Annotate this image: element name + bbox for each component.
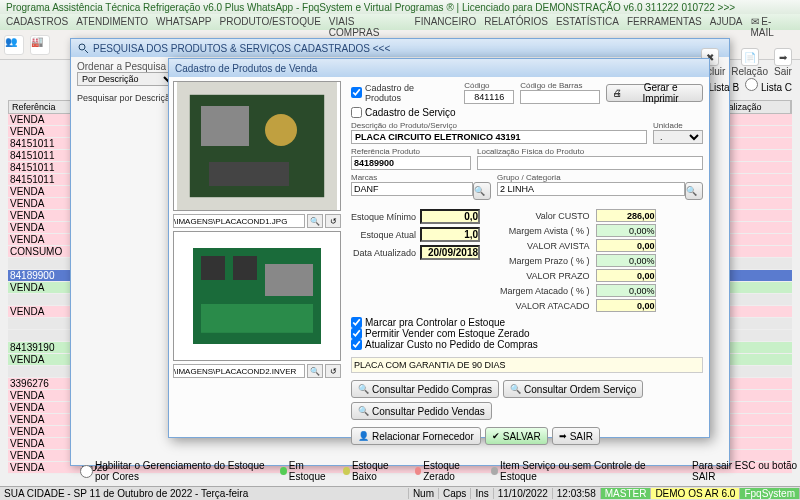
chk-servico[interactable] — [351, 107, 362, 118]
menu-email[interactable]: ✉ E-MAIL — [751, 16, 794, 28]
main-menu: CADASTROS ATENDIMENTO WHATSAPP PRODUTO/E… — [0, 14, 800, 30]
descricao-field[interactable]: PLACA CIRCUITO ELETRONICO 43191 — [351, 130, 647, 144]
sair-modal-button[interactable]: ➡ SAIR — [552, 427, 600, 445]
sair-button[interactable]: ➡ — [774, 48, 792, 66]
product-image-1 — [173, 81, 341, 211]
codigo-field[interactable] — [464, 90, 514, 104]
image1-browse-button[interactable]: 🔍 — [307, 214, 323, 228]
search-field-label: Pesquisar por Descrição — [77, 93, 175, 103]
gerar-imprimir-button[interactable]: 🖨 Gerar e Imprimir — [606, 84, 703, 102]
svg-point-0 — [79, 44, 85, 50]
referencia-field[interactable] — [351, 156, 471, 170]
order-select[interactable]: Por Descrição — [77, 72, 177, 86]
legend: Habilitar o Gerenciamento do Estoque por… — [80, 460, 800, 482]
svg-rect-6 — [209, 162, 289, 186]
statusbar: SUA CIDADE - SP 11 de Outubro de 2022 - … — [0, 486, 800, 500]
valor-atacado-field[interactable] — [596, 299, 656, 312]
menu-relatorios[interactable]: RELATÓRIOS — [484, 16, 548, 28]
menu-whatsapp[interactable]: WHATSAPP — [156, 16, 211, 28]
menu-financeiro[interactable]: FINANCEIRO — [415, 16, 477, 28]
svg-rect-10 — [233, 256, 257, 280]
consultar-ordem-button[interactable]: 🔍 Consultar Ordem Serviço — [503, 380, 643, 398]
menu-ajuda[interactable]: AJUDA — [710, 16, 743, 28]
note-box[interactable]: PLACA COM GARANTIA DE 90 DIAS — [351, 357, 703, 373]
salvar-button[interactable]: ✔ SALVAR — [485, 427, 548, 445]
valor-custo-field[interactable] — [596, 209, 656, 222]
legend-habilitar-radio[interactable] — [80, 465, 93, 478]
svg-rect-9 — [201, 256, 225, 280]
relacao-button[interactable]: 📄 — [741, 48, 759, 66]
margem-avista-field[interactable] — [596, 224, 656, 237]
svg-rect-4 — [201, 106, 249, 146]
image2-browse-button[interactable]: 🔍 — [307, 364, 323, 378]
marca-field[interactable] — [351, 182, 473, 196]
radio-lista-c[interactable]: Lista C — [745, 78, 792, 93]
image2-path[interactable] — [173, 364, 305, 378]
svg-point-5 — [265, 114, 297, 146]
consultar-compras-button[interactable]: 🔍 Consultar Pedido Compras — [351, 380, 499, 398]
margem-prazo-field[interactable] — [596, 254, 656, 267]
menu-compras[interactable]: VIAIS COMPRAS — [329, 16, 407, 28]
product-modal: Cadastro de Produtos de Venda 🔍 ↺ 🔍 ↺ Ca… — [168, 58, 710, 438]
image1-path[interactable] — [173, 214, 305, 228]
valor-avista-field[interactable] — [596, 239, 656, 252]
order-label: Ordenar a Pesquisa — [77, 61, 177, 72]
menu-cadastros[interactable]: CADASTROS — [6, 16, 68, 28]
relacionar-fornecedor-button[interactable]: 👤 Relacionar Fornecedor — [351, 427, 481, 445]
svg-line-1 — [85, 50, 88, 53]
menu-produto[interactable]: PRODUTO/ESTOQUE — [219, 16, 320, 28]
search-window-title: PESQUISA DOS PRODUTOS & SERVIÇOS CADASTR… — [71, 39, 729, 57]
chk-atualizar[interactable] — [351, 339, 362, 350]
app-titlebar: Programa Assistência Técnica Refrigeraçã… — [0, 0, 800, 14]
svg-rect-12 — [201, 304, 313, 333]
menu-estatistica[interactable]: ESTATÍSTICA — [556, 16, 619, 28]
localizacao-field[interactable] — [477, 156, 703, 170]
grupo-field[interactable] — [497, 182, 685, 196]
tb-fornece-icon[interactable]: 🏭 — [30, 35, 50, 55]
barras-field[interactable] — [520, 90, 600, 104]
chk-zerado[interactable] — [351, 328, 362, 339]
data-field[interactable] — [420, 245, 480, 260]
estoque-min-field[interactable] — [420, 209, 480, 224]
product-image-2 — [173, 231, 341, 361]
menu-atendimento[interactable]: ATENDIMENTO — [76, 16, 148, 28]
grupo-search-button[interactable]: 🔍 — [685, 182, 703, 200]
tb-clientes-icon[interactable]: 👥 — [4, 35, 24, 55]
marca-search-button[interactable]: 🔍 — [473, 182, 491, 200]
search-icon — [77, 42, 89, 54]
modal-title: Cadastro de Produtos de Venda — [169, 59, 709, 77]
chk-controlar[interactable] — [351, 317, 362, 328]
svg-rect-11 — [265, 264, 313, 296]
unidade-select[interactable]: . — [653, 130, 703, 144]
menu-ferramentas[interactable]: FERRAMENTAS — [627, 16, 702, 28]
image2-clear-button[interactable]: ↺ — [325, 364, 341, 378]
image1-clear-button[interactable]: ↺ — [325, 214, 341, 228]
valor-prazo-field[interactable] — [596, 269, 656, 282]
chk-produtos[interactable] — [351, 87, 362, 98]
margem-atacado-field[interactable] — [596, 284, 656, 297]
consultar-vendas-button[interactable]: 🔍 Consultar Pedido Vendas — [351, 402, 492, 420]
estoque-atual-field[interactable] — [420, 227, 480, 242]
